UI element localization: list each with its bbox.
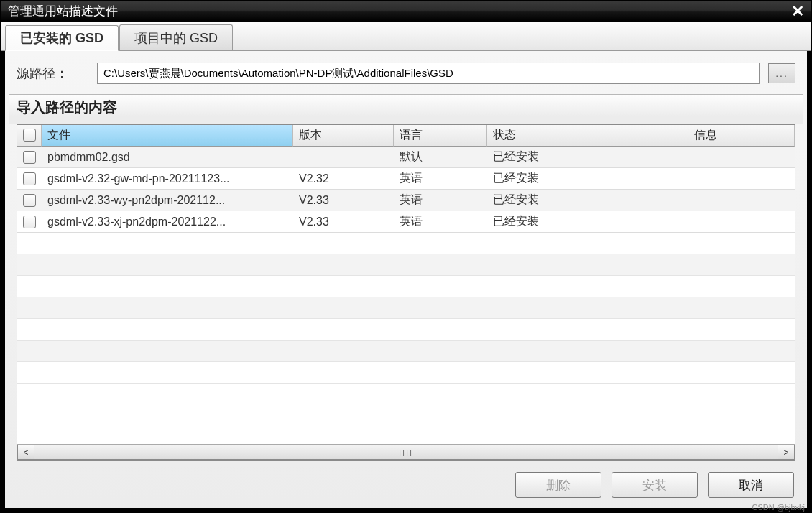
cell-version: V2.33 <box>293 216 394 228</box>
scroll-left-button[interactable]: < <box>17 445 34 460</box>
row-checkbox[interactable] <box>23 216 36 228</box>
source-path-row: 源路径： ... <box>9 58 803 94</box>
cell-file: pbmdmm02.gsd <box>42 151 293 164</box>
gsd-manager-window: 管理通用站描述文件 ✕ 已安装的 GSD 项目中的 GSD 源路径： ... 导… <box>0 0 812 513</box>
dialog-button-bar: 删除 安装 取消 <box>9 461 803 504</box>
header-checkbox-cell[interactable] <box>17 125 42 147</box>
cell-language: 英语 <box>394 171 487 186</box>
chevron-left-icon: < <box>23 448 28 458</box>
row-checkbox[interactable] <box>23 172 36 185</box>
tab-strip: 已安装的 GSD 项目中的 GSD <box>1 22 811 51</box>
row-checkbox[interactable] <box>23 151 36 164</box>
cancel-button[interactable]: 取消 <box>708 472 794 498</box>
cell-file: gsdml-v2.33-wy-pn2dpm-202112... <box>42 194 293 207</box>
tab-label: 项目中的 GSD <box>134 29 218 47</box>
row-checkbox[interactable] <box>23 194 36 207</box>
empty-row <box>17 341 795 362</box>
scroll-track[interactable]: IIII <box>34 445 778 460</box>
button-label: 安装 <box>642 477 667 494</box>
cell-language: 英语 <box>394 214 487 229</box>
table-row[interactable]: gsdml-v2.32-gw-md-pn-20211123... V2.32 英… <box>17 168 795 190</box>
cell-version: V2.33 <box>293 194 394 207</box>
cell-language: 默认 <box>394 149 487 165</box>
table-row[interactable]: gsdml-v2.33-wy-pn2dpm-202112... V2.33 英语… <box>17 190 795 211</box>
install-button[interactable]: 安装 <box>612 472 698 498</box>
button-label: 删除 <box>546 477 571 494</box>
chevron-right-icon: > <box>783 448 788 458</box>
scroll-right-button[interactable]: > <box>778 445 795 460</box>
empty-row <box>17 319 795 341</box>
title-bar: 管理通用站描述文件 ✕ <box>1 1 811 22</box>
window-title: 管理通用站描述文件 <box>8 3 787 19</box>
button-label: 取消 <box>739 477 763 494</box>
empty-row <box>17 297 795 319</box>
empty-rows <box>17 233 795 384</box>
empty-row <box>17 276 795 297</box>
horizontal-scrollbar[interactable]: < IIII > <box>17 444 795 460</box>
table-row[interactable]: pbmdmm02.gsd 默认 已经安装 <box>17 147 795 168</box>
ellipsis-icon: ... <box>775 68 788 79</box>
header-status[interactable]: 状态 <box>487 125 688 147</box>
watermark: CSDN @bjbxkj <box>752 503 805 512</box>
cell-status: 已经安装 <box>487 171 688 186</box>
cell-file: gsdml-v2.32-gw-md-pn-20211123... <box>42 172 293 185</box>
file-table: 文件 版本 语言 状态 信息 pbmdmm02.gsd 默认 已经安装 gsd <box>17 124 795 461</box>
empty-row <box>17 362 795 384</box>
header-info[interactable]: 信息 <box>688 125 795 147</box>
delete-button[interactable]: 删除 <box>515 472 601 498</box>
table-row[interactable]: gsdml-v2.33-xj-pn2dpm-2021122... V2.33 英… <box>17 211 795 233</box>
source-path-label: 源路径： <box>17 65 88 82</box>
cell-status: 已经安装 <box>487 214 688 229</box>
content-area: 源路径： ... 导入路径的内容 文件 版本 语言 状态 信息 pbmdm <box>1 51 811 512</box>
tab-project-gsd[interactable]: 项目中的 GSD <box>119 24 233 50</box>
header-file[interactable]: 文件 <box>42 125 293 147</box>
header-version[interactable]: 版本 <box>293 125 394 147</box>
table-header-row: 文件 版本 语言 状态 信息 <box>17 125 795 147</box>
empty-row <box>17 233 795 254</box>
header-language[interactable]: 语言 <box>394 125 487 147</box>
tab-label: 已安装的 GSD <box>20 29 103 47</box>
close-icon: ✕ <box>791 2 804 21</box>
cell-version: V2.32 <box>293 172 394 185</box>
close-button[interactable]: ✕ <box>787 2 808 21</box>
import-contents-header: 导入路径的内容 <box>9 94 803 124</box>
cell-status: 已经安装 <box>487 149 688 165</box>
cell-file: gsdml-v2.33-xj-pn2dpm-2021122... <box>42 216 293 228</box>
browse-button[interactable]: ... <box>768 63 795 83</box>
cell-status: 已经安装 <box>487 193 688 208</box>
select-all-checkbox[interactable] <box>23 129 36 142</box>
tab-installed-gsd[interactable]: 已安装的 GSD <box>5 25 119 51</box>
cell-language: 英语 <box>394 193 487 208</box>
grid-body: 文件 版本 语言 状态 信息 pbmdmm02.gsd 默认 已经安装 gsd <box>17 125 795 444</box>
source-path-input[interactable] <box>97 63 760 84</box>
empty-row <box>17 254 795 276</box>
